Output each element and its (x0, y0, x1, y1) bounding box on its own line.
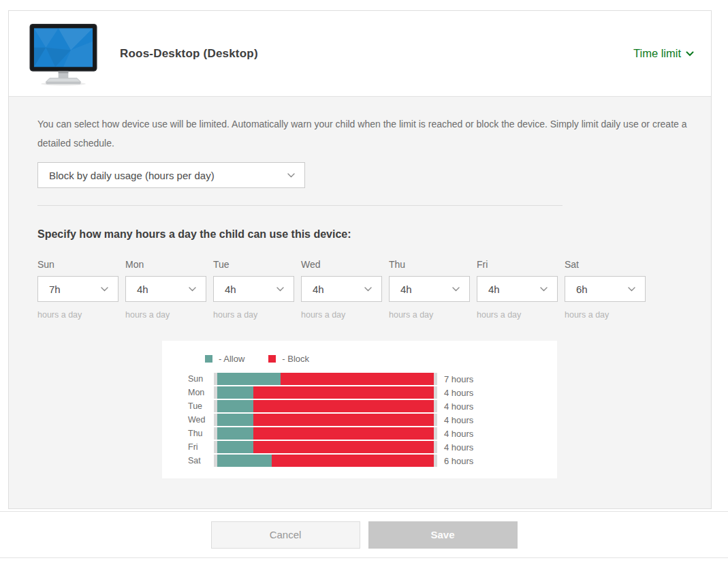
legend-swatch-icon (268, 355, 276, 363)
legend-swatch-icon (205, 355, 212, 363)
block-bar-segment (253, 414, 434, 426)
day-label: Tue (213, 259, 294, 271)
day-column-wed: Wed4hhours a day (301, 259, 382, 320)
usage-bar-track (214, 427, 437, 440)
day-hours-selected-value: 4h (488, 284, 500, 295)
usage-bar-track (214, 400, 437, 412)
allow-bar-segment (217, 427, 253, 440)
day-unit-caption: hours a day (565, 310, 646, 320)
block-bar-segment (272, 455, 434, 467)
schedule-heading: Specify how many hours a day the child c… (37, 228, 691, 241)
block-bar-segment (253, 441, 434, 453)
block-bar-segment (281, 373, 434, 385)
day-column-sat: Sat6hhours a day (565, 259, 646, 320)
chart-day-label: Sun (188, 374, 214, 384)
chart-row: Sat6 hours (188, 454, 557, 468)
day-unit-caption: hours a day (37, 310, 118, 320)
day-label: Wed (301, 259, 382, 271)
chart-value-label: 4 hours (444, 415, 473, 425)
legend-label: - Block (282, 354, 309, 364)
usage-bar-track (214, 414, 437, 426)
chart-value-label: 4 hours (444, 429, 473, 439)
legend-label: - Allow (219, 354, 244, 364)
limit-description-text: You can select how device use will be li… (37, 114, 691, 153)
chart-day-label: Mon (188, 388, 214, 397)
day-hours-selected-value: 4h (313, 284, 324, 295)
limit-mode-selected-value: Block by daily usage (hours per day) (49, 170, 215, 181)
chart-value-label: 4 hours (444, 388, 473, 398)
day-column-fri: Fri4hhours a day (477, 259, 558, 320)
day-label: Mon (125, 259, 206, 271)
day-column-thu: Thu4hhours a day (389, 259, 470, 320)
legend-item: - Block (268, 354, 309, 364)
chevron-down-icon (189, 287, 196, 292)
allow-bar-segment (217, 441, 253, 453)
day-unit-caption: hours a day (125, 310, 206, 320)
day-column-mon: Mon4hhours a day (125, 259, 206, 320)
day-hours-selected-value: 4h (137, 284, 148, 295)
allow-bar-segment (217, 414, 253, 426)
chevron-down-icon (686, 51, 694, 57)
day-hours-selected-value: 6h (576, 284, 588, 295)
usage-bar-track (214, 386, 437, 399)
chart-day-label: Tue (188, 401, 214, 411)
chart-legend: - Allow- Block (162, 341, 557, 364)
legend-item: - Allow (205, 354, 244, 364)
device-title: Roos-Desktop (Desktop) (120, 47, 258, 61)
time-limit-menu[interactable]: Time limit (633, 47, 694, 60)
allow-bar-segment (217, 386, 253, 399)
chevron-down-icon (364, 287, 372, 292)
block-bar-segment (253, 427, 434, 440)
day-hours-select-mon[interactable]: 4h (125, 276, 206, 302)
chart-row: Sun7 hours (188, 372, 557, 386)
action-footer: Cancel Save (0, 511, 728, 558)
section-divider (37, 205, 563, 206)
day-hours-select-wed[interactable]: 4h (301, 276, 382, 302)
chart-row: Thu4 hours (188, 427, 557, 440)
day-hours-select-fri[interactable]: 4h (477, 276, 558, 302)
chart-day-label: Fri (188, 442, 214, 452)
chevron-down-icon (540, 287, 548, 292)
card-body: You can select how device use will be li… (9, 97, 711, 508)
chevron-down-icon (452, 287, 460, 292)
chart-row: Mon4 hours (188, 386, 557, 399)
time-limit-label: Time limit (633, 47, 681, 60)
chevron-down-icon (101, 287, 108, 292)
day-unit-caption: hours a day (477, 310, 558, 320)
block-bar-segment (253, 386, 434, 399)
usage-bar-track (214, 455, 437, 467)
save-button[interactable]: Save (368, 521, 518, 549)
allow-bar-segment (217, 400, 253, 412)
chart-value-label: 4 hours (444, 401, 473, 412)
day-unit-caption: hours a day (301, 310, 382, 320)
device-time-limit-card: Roos-Desktop (Desktop) Time limit You ca… (8, 10, 712, 509)
day-label: Sun (37, 259, 118, 271)
chart-row: Wed4 hours (188, 413, 557, 427)
day-hours-selected-value: 4h (225, 284, 236, 295)
usage-bar-track (214, 441, 437, 453)
day-label: Thu (389, 259, 470, 271)
allow-bar-segment (217, 373, 281, 385)
day-hours-select-thu[interactable]: 4h (389, 276, 470, 302)
chart-rows: Sun7 hoursMon4 hoursTue4 hoursWed4 hours… (162, 372, 557, 468)
usage-chart-panel: - Allow- Block Sun7 hoursMon4 hoursTue4 … (162, 341, 557, 478)
card-header: Roos-Desktop (Desktop) Time limit (9, 11, 711, 97)
limit-mode-select[interactable]: Block by daily usage (hours per day) (37, 162, 305, 188)
chart-day-label: Wed (188, 415, 214, 425)
chart-day-label: Thu (188, 429, 214, 438)
monitor-icon (26, 21, 101, 87)
day-hours-select-sat[interactable]: 6h (565, 276, 646, 302)
day-label: Fri (477, 259, 558, 271)
day-column-sun: Sun7hhours a day (37, 259, 118, 320)
day-hours-select-sun[interactable]: 7h (37, 276, 118, 302)
day-unit-caption: hours a day (213, 310, 294, 320)
allow-bar-segment (217, 455, 272, 467)
chart-value-label: 7 hours (444, 374, 473, 384)
chevron-down-icon (628, 287, 635, 292)
cancel-button[interactable]: Cancel (211, 521, 360, 549)
day-unit-caption: hours a day (389, 310, 470, 320)
day-hours-select-tue[interactable]: 4h (213, 276, 294, 302)
day-label: Sat (565, 259, 646, 271)
chart-day-label: Sat (188, 456, 214, 465)
day-hours-selected-value: 4h (400, 284, 412, 295)
